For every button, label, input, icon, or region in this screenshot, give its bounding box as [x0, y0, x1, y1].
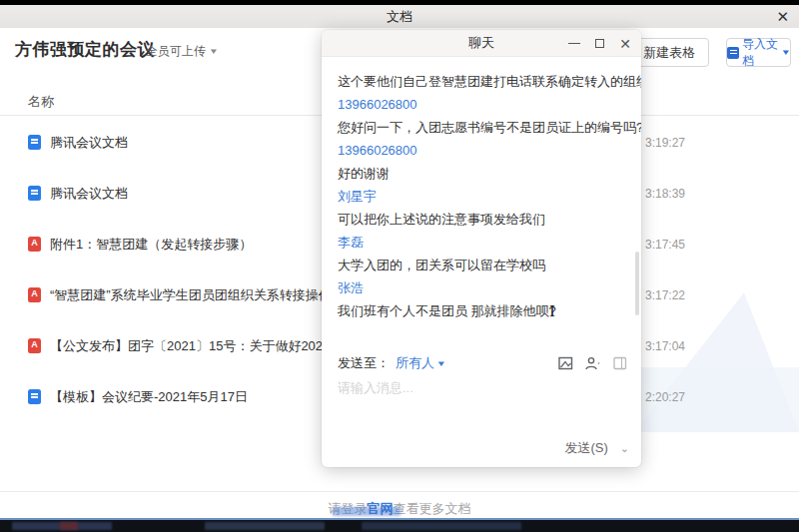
document-name: 腾讯会议文档 [50, 185, 128, 203]
window-title: 文档 [387, 8, 412, 26]
doc-icon-blue [28, 186, 41, 201]
send-row: 发送(S) ⌄ [564, 439, 629, 457]
page-title: 方伟强预定的会议 [15, 38, 155, 61]
document-name: “智慧团建”系统毕业学生团员团组织关系转接操作指南 [50, 286, 358, 304]
doc-icon-blue [28, 135, 41, 150]
document-time: 3:17:04 [645, 339, 685, 353]
new-sheet-label: 新建表格 [643, 44, 695, 62]
chevron-down-icon: ▼ [209, 47, 219, 56]
mention-person-icon[interactable] [584, 356, 602, 370]
document-time: 2:20:27 [645, 390, 685, 404]
document-time: 3:18:39 [645, 187, 685, 201]
taskbar-edge-highlight [0, 518, 799, 520]
screenshot-icon[interactable] [558, 356, 573, 370]
background-blur-artifact [333, 507, 400, 516]
message-input[interactable]: 请输入消息... [338, 379, 413, 397]
pdf-icon-red [28, 237, 41, 252]
document-name: 【模板】会议纪要-2021年5月17日 [50, 388, 248, 406]
document-name: 附件1：智慧团建（发起转接步骤） [50, 236, 252, 254]
import-doc-label: 导入文档 [742, 36, 779, 70]
chat-message-list[interactable]: 这个要他们自己登智慧团建打电话联系确定转入的组织吗13966026800您好问一… [322, 58, 641, 351]
chat-window: 聊天 ✕ 这个要他们自己登智慧团建打电话联系确定转入的组织吗1396602680… [322, 30, 641, 467]
chat-sender-name: 刘星宇 [338, 185, 625, 208]
send-to-row: 发送至： 所有人 ▼ [322, 351, 641, 375]
chat-sender-name: 张浩 [338, 276, 625, 299]
chat-sender-name: 李磊 [338, 231, 625, 254]
window-titlebar: 文档 ✕ [0, 5, 799, 28]
column-name-label: 名称 [28, 93, 54, 111]
taskbar-blur-item [362, 522, 521, 530]
maximize-icon[interactable] [595, 39, 604, 48]
chat-message-text: 好的谢谢 [338, 162, 625, 185]
footer-suffix: 查看更多文档 [394, 501, 471, 516]
footer-divider [0, 491, 799, 492]
pdf-icon-red [28, 338, 41, 353]
document-name: 腾讯会议文档 [50, 134, 128, 152]
send-to-selector[interactable]: 所有人 ▼ [396, 354, 445, 372]
send-options-chevron-icon[interactable]: ⌄ [620, 442, 629, 455]
document-time: 3:17:45 [645, 238, 685, 252]
minimize-icon[interactable] [568, 43, 580, 45]
chat-message-text: 我们班有个人不是团员 那就排除他呗? [338, 299, 625, 322]
taskbar-blur-item [205, 522, 325, 530]
import-doc-icon [727, 47, 739, 59]
close-icon[interactable]: ✕ [776, 7, 789, 26]
taskbar-strip [0, 518, 799, 532]
chat-titlebar[interactable]: 聊天 ✕ [322, 30, 641, 57]
taskbar-blur-item [60, 522, 78, 530]
doc-icon-blue [28, 389, 41, 404]
chat-sender-name: 13966026800 [338, 93, 625, 116]
chevron-down-icon: ▼ [436, 359, 446, 368]
chat-window-controls: ✕ [568, 30, 631, 57]
chevron-down-icon: ▼ [781, 48, 791, 57]
chat-message-text: 您好问一下，入团志愿书编号不是团员证上的编号吗? [338, 116, 625, 139]
screen: 文档 ✕ 方伟强预定的会议 全员可上传 ▼ 新建表格 导入文档 ▼ 名称 腾讯会… [0, 0, 799, 532]
document-time: 3:19:27 [645, 136, 685, 150]
upload-permission-dropdown[interactable]: 全员可上传 ▼ [146, 43, 218, 60]
document-time: 3:17:22 [645, 288, 685, 302]
new-sheet-button[interactable]: 新建表格 [629, 38, 709, 67]
chat-sender-name: 13966026800 [338, 139, 625, 162]
chat-message-text: 可以把你上述说的注意事项发给我们 [338, 208, 625, 231]
scrollbar-thumb[interactable] [635, 252, 639, 315]
send-button[interactable]: 发送(S) [564, 439, 607, 457]
import-doc-button[interactable]: 导入文档 ▼ [726, 38, 791, 67]
text-cursor: I [549, 302, 555, 320]
chat-toolbar-icons [558, 356, 627, 370]
chat-message-text: 大学入团的，团关系可以留在学校吗 [338, 254, 625, 276]
close-icon[interactable]: ✕ [619, 37, 631, 51]
send-to-label: 发送至： [338, 354, 390, 372]
chat-message-text: 这个要他们自己登智慧团建打电话联系确定转入的组织吗 [338, 70, 625, 93]
upload-permission-label: 全员可上传 [146, 43, 206, 60]
send-to-value: 所有人 [396, 354, 434, 372]
chat-history-icon[interactable] [613, 356, 627, 370]
pdf-icon-red [28, 287, 41, 302]
chat-title: 聊天 [468, 34, 494, 52]
